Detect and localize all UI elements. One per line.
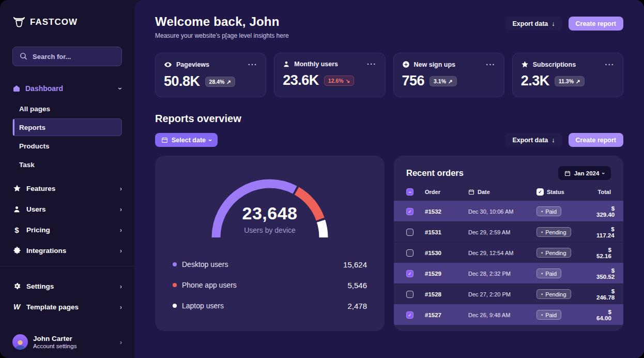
search-icon: [19, 52, 28, 61]
webflow-icon: W: [12, 303, 21, 311]
legend-dot-icon: [173, 304, 177, 308]
order-total: $ 350.52: [596, 267, 615, 280]
gauge-legend: Desktop users15,624Phone app users5,546L…: [173, 254, 367, 316]
sidebar-subitem-reports[interactable]: Reports: [12, 118, 122, 136]
row-checkbox[interactable]: [406, 291, 413, 298]
table-row[interactable]: ✓#1527Dec 26, 9:48 AM•Paid$ 64.00: [394, 304, 623, 325]
status-badge: •Paid: [536, 268, 561, 278]
table-row[interactable]: #1530Dec 29, 12:54 AM•Pending$ 52.16: [394, 242, 623, 263]
sidebar-subitem-task[interactable]: Task: [12, 155, 122, 174]
brand-logo[interactable]: FASTCOW: [12, 16, 122, 29]
row-checkbox[interactable]: ✓: [406, 270, 413, 277]
sidebar-item-label: Users: [26, 205, 46, 213]
gauge-caption: Users by device: [205, 226, 334, 234]
gear-icon: [12, 282, 21, 290]
users-by-device-panel: 23,648 Users by device Desktop users15,6…: [155, 156, 385, 331]
status-badge: •Pending: [536, 227, 571, 237]
legend-item: Laptop users2,478: [173, 295, 367, 316]
download-icon: ↓: [551, 20, 555, 27]
sidebar-subitem-all-pages[interactable]: All pages: [12, 99, 122, 118]
stat-change-badge: 28.4%↗: [205, 77, 236, 87]
download-icon: ↓: [551, 137, 555, 144]
order-id: #1528: [425, 291, 468, 297]
stat-value: 756: [402, 73, 425, 89]
sidebar-item-label: Settings: [26, 282, 54, 290]
table-row[interactable]: ✓#1529Dec 28, 2:32 PM•Paid$ 350.52: [394, 263, 623, 284]
sidebar-item-integrations[interactable]: Integrations ›: [12, 240, 122, 261]
sidebar-item-label: Integrations: [26, 247, 66, 255]
order-id: #1527: [425, 312, 468, 318]
sidebar: FASTCOW Dashboard › All pagesReportsProd…: [0, 0, 134, 358]
order-id: #1529: [425, 271, 468, 277]
stat-value: 23.6K: [283, 72, 319, 88]
sidebar-sections: Features › Users › $ Pricing › Integrati…: [12, 178, 122, 261]
column-total[interactable]: Total: [596, 189, 611, 195]
order-total: $ 329.40: [596, 205, 615, 218]
table-row[interactable]: ✓#1532Dec 30, 10:06 AM•Paid$ 329.40: [394, 201, 623, 221]
chevron-right-icon: ›: [120, 303, 122, 311]
column-date[interactable]: Date: [468, 189, 536, 195]
row-checkbox[interactable]: ✓: [406, 311, 413, 319]
status-badge: •Pending: [536, 289, 571, 299]
row-checkbox[interactable]: ✓: [406, 208, 413, 215]
star-icon: [12, 184, 21, 192]
table-row[interactable]: #1531Dec 29, 2:59 AM•Pending$ 117.24: [394, 221, 623, 242]
stat-label: Subscriptions: [533, 61, 576, 68]
profile[interactable]: John Carter Account settings ›: [12, 334, 122, 350]
status-check-icon: ✓: [536, 188, 544, 196]
chevron-down-icon: ›: [601, 172, 607, 174]
search-box: [12, 47, 122, 66]
sidebar-divider: [0, 266, 134, 266]
legend-value: 2,478: [347, 302, 367, 310]
gauge-chart: 23,648 Users by device: [205, 173, 334, 242]
trend-up-icon: ↗: [448, 78, 453, 84]
orders-table-body: ✓#1532Dec 30, 10:06 AM•Paid$ 329.40#1531…: [394, 201, 623, 325]
search-input[interactable]: [12, 47, 122, 66]
order-total: $ 64.00: [596, 309, 611, 321]
stat-change-badge: 12.6%↘: [324, 76, 355, 86]
sidebar-item-settings[interactable]: Settings ›: [12, 276, 122, 296]
stat-cards: Pageviews ··· 50.8K 28.4%↗ Monthly users…: [155, 53, 623, 97]
sidebar-subitem-products[interactable]: Products: [12, 137, 122, 155]
stat-value: 2.3K: [521, 73, 549, 89]
card-menu-button[interactable]: ···: [248, 62, 258, 67]
sidebar-item-pricing[interactable]: $ Pricing ›: [12, 219, 122, 240]
plus-circle-icon: [402, 61, 410, 68]
orders-header-row: – Order Date ✓ Status Total: [394, 183, 623, 201]
column-order[interactable]: Order: [425, 189, 468, 195]
sidebar-item-users[interactable]: Users ›: [12, 199, 122, 219]
card-menu-button[interactable]: ···: [367, 62, 377, 67]
page-header: Welcome back, John Measure your website’…: [155, 14, 623, 39]
sidebar-item-features[interactable]: Features ›: [12, 178, 122, 199]
export-data-button[interactable]: Export data ↓: [505, 17, 562, 31]
home-icon: [12, 84, 21, 93]
sidebar-item-label: Features: [26, 185, 55, 192]
chevron-right-icon: ›: [120, 282, 122, 290]
row-checkbox[interactable]: [406, 229, 413, 236]
export-data-button[interactable]: Export data ↓: [505, 133, 562, 147]
create-report-button[interactable]: Create report: [569, 133, 624, 147]
legend-item: Desktop users15,624: [173, 254, 367, 275]
dollar-icon: $: [12, 226, 21, 234]
table-row[interactable]: #1528Dec 27, 2:20 PM•Pending$ 246.78: [394, 284, 623, 304]
select-all-checkbox[interactable]: –: [406, 188, 413, 196]
row-checkbox[interactable]: [406, 249, 413, 257]
sidebar-item-template-pages[interactable]: W Template pages ›: [12, 296, 122, 317]
sidebar-item-dashboard[interactable]: Dashboard ›: [12, 82, 122, 95]
legend-label: Phone app users: [182, 281, 237, 289]
month-filter-button[interactable]: Jan 2024 ›: [558, 166, 611, 180]
calendar-icon: [161, 137, 168, 143]
card-menu-button[interactable]: ···: [605, 62, 615, 67]
select-date-button[interactable]: Select date ›: [155, 133, 218, 147]
card-menu-button[interactable]: ···: [486, 62, 496, 67]
create-report-button[interactable]: Create report: [569, 17, 624, 31]
column-status[interactable]: ✓ Status: [536, 188, 596, 196]
status-badge: •Paid: [536, 206, 561, 216]
order-id: #1531: [425, 229, 468, 235]
order-total: $ 246.78: [596, 288, 615, 301]
stat-card-pageviews: Pageviews ··· 50.8K 28.4%↗: [155, 53, 266, 97]
stat-change-badge: 11.3%↗: [555, 76, 585, 86]
status-badge: •Paid: [536, 310, 561, 320]
chevron-right-icon: ›: [120, 185, 122, 192]
order-id: #1532: [425, 208, 468, 215]
